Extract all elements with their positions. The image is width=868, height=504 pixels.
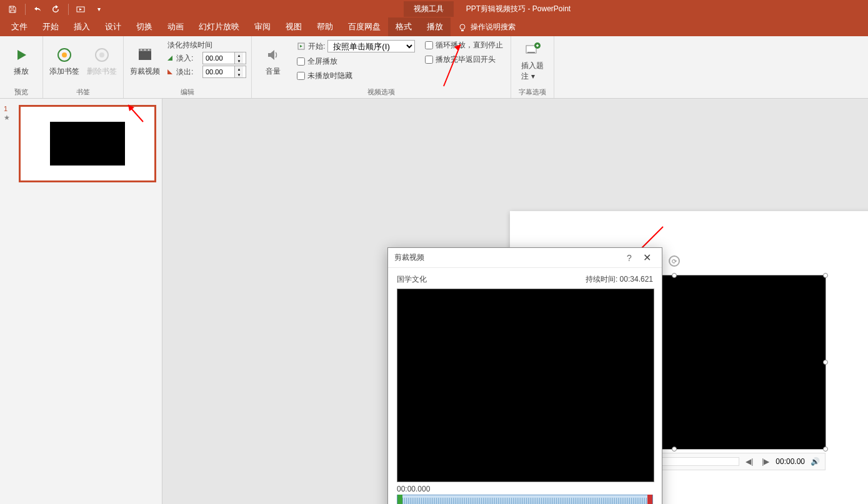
trim-video-dialog: 剪裁视频 ? ✕ 国学文化 持续时间: 00:34.621 00:00.000 <box>387 247 662 504</box>
fade-out-spinner[interactable]: ▲▼ <box>202 66 246 78</box>
spin-down-icon[interactable]: ▼ <box>235 72 243 77</box>
rewind-label: 播放完毕返回开头 <box>436 54 496 65</box>
trim-end-marker[interactable] <box>647 495 652 504</box>
tab-transitions[interactable]: 切换 <box>129 17 160 36</box>
spin-up-icon[interactable]: ▲ <box>235 52 243 58</box>
hide-label: 未播放时隐藏 <box>307 71 352 81</box>
tab-baidu[interactable]: 百度网盘 <box>341 17 388 36</box>
slide-thumbnail[interactable] <box>19 105 156 182</box>
group-label-bookmark: 书签 <box>47 86 119 97</box>
trim-label: 剪裁视频 <box>130 66 160 77</box>
bookmark-add-icon <box>56 46 73 64</box>
svg-point-8 <box>141 49 142 51</box>
ribbon-tabs: 文件 开始 插入 设计 切换 动画 幻灯片放映 审阅 视图 帮助 百度网盘 格式… <box>0 18 868 36</box>
redo-icon[interactable] <box>48 2 63 17</box>
save-icon[interactable] <box>5 2 20 17</box>
insert-caption-button[interactable]: 插入题注 ▾ <box>515 39 550 84</box>
bookmark-remove-icon <box>93 46 111 64</box>
svg-point-9 <box>144 49 146 51</box>
svg-point-1 <box>460 24 465 29</box>
video-name-label: 国学文化 <box>397 274 427 285</box>
tab-review[interactable]: 审阅 <box>247 17 278 36</box>
play-label: 播放 <box>14 66 29 77</box>
trim-video-button[interactable]: 剪裁视频 <box>127 39 162 84</box>
svg-point-3 <box>62 52 67 57</box>
tell-me-label: 操作说明搜索 <box>471 22 516 32</box>
resize-handle[interactable] <box>672 273 677 278</box>
video-step-fwd-button[interactable]: |▶ <box>759 455 772 468</box>
ribbon: 播放 预览 添加书签 删除书签 书签 剪裁视频 淡化持续时间 <box>0 36 868 99</box>
slide-thumbnail-panel[interactable]: 1 ★ <box>0 99 162 504</box>
quick-access-toolbar: ▾ <box>0 2 106 17</box>
tab-view[interactable]: 视图 <box>278 17 309 36</box>
slide-number: 1 <box>4 105 7 112</box>
waveform-icon <box>402 498 647 504</box>
play-button[interactable]: 播放 <box>4 39 39 84</box>
volume-button[interactable]: 音量 <box>256 39 291 84</box>
spin-up-icon[interactable]: ▲ <box>235 66 243 72</box>
add-bookmark-button[interactable]: 添加书签 <box>47 39 82 84</box>
qat-customize-icon[interactable]: ▾ <box>91 2 106 17</box>
tab-slideshow[interactable]: 幻灯片放映 <box>191 17 247 36</box>
resize-handle[interactable] <box>823 273 828 278</box>
fade-in-label: 淡入: <box>176 53 200 64</box>
tab-design[interactable]: 设计 <box>97 17 129 36</box>
remove-bookmark-label: 删除书签 <box>87 66 117 77</box>
tell-me-search[interactable]: 操作说明搜索 <box>451 18 523 36</box>
tab-format[interactable]: 格式 <box>388 17 419 36</box>
caption-label: 插入题注 ▾ <box>521 61 544 82</box>
rewind-checkbox[interactable] <box>425 56 433 64</box>
add-bookmark-label: 添加书签 <box>49 66 79 77</box>
tab-file[interactable]: 文件 <box>4 17 35 36</box>
start-select[interactable]: 按照单击顺序(I) <box>327 40 415 52</box>
video-volume-icon[interactable]: 🔊 <box>809 455 821 468</box>
slide-animation-indicator-icon: ★ <box>4 114 10 122</box>
dialog-title: 剪裁视频 <box>394 252 621 263</box>
dialog-titlebar[interactable]: 剪裁视频 ? ✕ <box>388 248 662 268</box>
hide-checkbox[interactable] <box>297 72 305 80</box>
tab-home[interactable]: 开始 <box>35 17 66 36</box>
fade-in-input[interactable] <box>203 52 234 64</box>
volume-label: 音量 <box>266 66 281 77</box>
thumbnail-video-preview <box>50 122 125 166</box>
rotate-handle-icon[interactable]: ⟳ <box>669 255 680 267</box>
loop-label: 循环播放，直到停止 <box>436 40 503 51</box>
tab-playback[interactable]: 播放 <box>419 17 451 36</box>
tab-help[interactable]: 帮助 <box>309 17 341 36</box>
fade-in-icon <box>166 54 174 62</box>
start-from-beginning-icon[interactable] <box>74 2 89 17</box>
tab-insert[interactable]: 插入 <box>66 17 97 36</box>
group-label-preview: 预览 <box>4 86 39 97</box>
resize-handle[interactable] <box>672 447 677 452</box>
loop-checkbox[interactable] <box>425 41 433 49</box>
fade-duration-title: 淡化持续时间 <box>166 40 246 51</box>
fade-out-input[interactable] <box>203 66 234 77</box>
undo-icon[interactable] <box>31 2 46 17</box>
trim-start-marker[interactable] <box>397 495 402 504</box>
dialog-help-button[interactable]: ? <box>621 253 638 263</box>
dialog-close-button[interactable]: ✕ <box>638 252 656 264</box>
resize-handle[interactable] <box>823 360 828 365</box>
dialog-timeline[interactable] <box>397 495 653 504</box>
tab-animations[interactable]: 动画 <box>160 17 191 36</box>
document-title: PPT剪辑视频技巧 - PowerPoint <box>466 4 571 14</box>
play-icon <box>12 46 30 64</box>
group-label-edit: 编辑 <box>127 86 247 97</box>
remove-bookmark-button: 删除书签 <box>84 39 119 84</box>
volume-icon <box>264 46 282 64</box>
dialog-video-preview <box>397 289 654 482</box>
fullscreen-checkbox[interactable] <box>297 57 305 66</box>
video-time-label: 00:00.00 <box>776 457 805 466</box>
svg-point-10 <box>148 49 149 51</box>
dialog-current-time: 00:00.000 <box>397 485 653 493</box>
video-step-back-button[interactable]: ◀| <box>743 455 756 468</box>
fade-out-icon <box>166 68 174 76</box>
title-bar: ▾ 视频工具 PPT剪辑视频技巧 - PowerPoint <box>0 0 868 18</box>
fade-out-label: 淡出: <box>176 67 200 77</box>
fade-in-spinner[interactable]: ▲▼ <box>202 52 246 64</box>
svg-rect-6 <box>139 51 151 60</box>
spin-down-icon[interactable]: ▼ <box>235 58 243 64</box>
resize-handle[interactable] <box>823 447 828 452</box>
svg-rect-13 <box>527 52 535 53</box>
start-label: 开始: <box>308 41 325 52</box>
